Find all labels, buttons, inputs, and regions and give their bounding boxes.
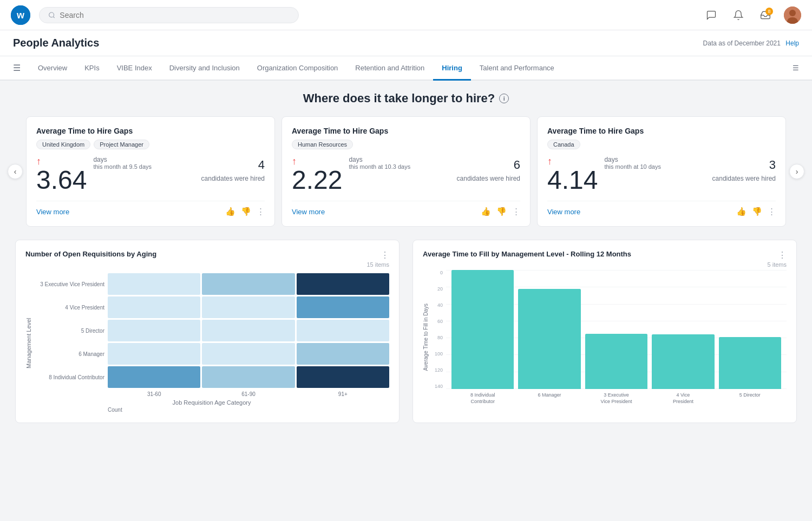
bar-x-label: 6 Manager <box>518 392 580 405</box>
card-2-more[interactable]: ⋮ <box>768 207 776 216</box>
bar-chart-menu-icon[interactable]: ⋮ <box>778 250 787 260</box>
svg-line-3 <box>53 16 54 17</box>
heatmap-x-label: 31-60 <box>108 391 200 397</box>
heatmap-cell[interactable] <box>108 273 200 295</box>
card-2-view-more[interactable]: View more <box>547 208 580 216</box>
card-1-detail: this month at 10.3 days <box>349 163 410 170</box>
heatmap-x-label: 61-90 <box>202 391 294 397</box>
tab-retention[interactable]: Retention and Attrition <box>346 56 433 80</box>
heatmap-cell[interactable] <box>108 366 200 388</box>
heatmap-cell[interactable] <box>202 296 294 318</box>
heatmap-cell[interactable] <box>297 273 389 295</box>
bar <box>518 289 580 389</box>
tab-right-menu-icon[interactable]: ☰ <box>793 64 799 72</box>
bar-y-axis: 140120100806040200 <box>431 270 446 389</box>
search-input[interactable] <box>60 11 290 19</box>
card-2-value: 4.14 <box>547 167 598 193</box>
card-0-tag-0: United Kingdom <box>36 140 90 149</box>
chat-icon-btn[interactable] <box>703 6 720 24</box>
tab-talent[interactable]: Talent and Performance <box>471 56 563 80</box>
section-info-icon[interactable]: i <box>499 94 509 103</box>
card-2-like[interactable]: 👍 <box>736 207 746 216</box>
user-avatar[interactable] <box>784 6 801 24</box>
bar-chart-title: Average Time to Fill by Management Level… <box>423 250 631 258</box>
y-tick: 140 <box>431 384 443 389</box>
card-1-more[interactable]: ⋮ <box>512 207 520 216</box>
card-2-dislike[interactable]: 👎 <box>752 207 762 216</box>
heatmap-cell[interactable] <box>297 366 389 388</box>
tab-org-composition[interactable]: Organization Composition <box>248 56 347 80</box>
prev-arrow[interactable]: ‹ <box>8 164 23 179</box>
heatmap-cells <box>108 343 389 365</box>
top-bar: w 8 <box>0 0 812 30</box>
bar-x-label: 4 Vice President <box>652 392 714 405</box>
card-0-view-more[interactable]: View more <box>36 208 69 216</box>
heatmap-cell[interactable] <box>108 320 200 341</box>
workday-logo: w <box>11 5 30 25</box>
tab-kpis[interactable]: KPIs <box>76 56 108 80</box>
inbox-icon-btn[interactable]: 8 <box>757 6 774 24</box>
y-tick: 120 <box>431 367 443 373</box>
tab-overview[interactable]: Overview <box>29 56 76 80</box>
tab-vibe-index[interactable]: VIBE Index <box>108 56 161 80</box>
heatmap-cell[interactable] <box>202 273 294 295</box>
bar-item[interactable] <box>585 270 647 389</box>
heatmap-title: Number of Open Requisitions by Aging <box>25 250 156 258</box>
bar-y-axis-title: Average Time to Fill in Days <box>423 270 429 405</box>
heatmap-menu-icon[interactable]: ⋮ <box>381 250 389 260</box>
bar-x-label: 3 Executive Vice President <box>585 392 647 405</box>
heatmap-content: 3 Executive Vice President4 Vice Preside… <box>34 273 389 413</box>
bar-item[interactable] <box>451 270 514 389</box>
card-1-metric: ↑ 2.22 days this month at 10.3 days 6 ca… <box>292 156 520 193</box>
cards-row: ‹ Average Time to Hire Gaps United Kingd… <box>15 116 797 227</box>
bell-icon <box>733 10 744 21</box>
card-0-days-label: days <box>93 156 152 163</box>
card-1-view-more[interactable]: View more <box>292 208 325 216</box>
next-arrow[interactable]: › <box>789 164 804 179</box>
heatmap-cell[interactable] <box>297 296 389 318</box>
section-title: Where does it take longer to hire? i <box>15 91 797 105</box>
card-0-like[interactable]: 👍 <box>225 207 235 216</box>
bar <box>585 334 647 389</box>
bell-icon-btn[interactable] <box>730 6 747 24</box>
heatmap-cell[interactable] <box>202 320 294 341</box>
card-0-more[interactable]: ⋮ <box>257 207 265 216</box>
card-2-tag-0: Canada <box>547 140 580 149</box>
heatmap-row: 6 Manager <box>34 343 389 365</box>
heatmap-row: 3 Executive Vice President <box>34 273 389 295</box>
heatmap-cell[interactable] <box>108 343 200 365</box>
bar-chart-panel: Average Time to Fill by Management Level… <box>412 240 797 423</box>
heatmap-y-label: Management Level <box>25 273 32 413</box>
bar <box>451 270 514 389</box>
heatmap-cell[interactable] <box>202 343 294 365</box>
card-0-dislike[interactable]: 👎 <box>241 207 251 216</box>
tab-menu-icon[interactable]: ☰ <box>13 63 21 73</box>
heatmap-header: Number of Open Requisitions by Aging ⋮ 1… <box>25 250 389 268</box>
bar-chart-area: 140120100806040200 8 Individual Contribu… <box>431 270 787 405</box>
help-link[interactable]: Help <box>785 39 799 47</box>
svg-point-2 <box>49 12 54 17</box>
card-1-dislike[interactable]: 👎 <box>496 207 507 216</box>
search-bar[interactable] <box>39 7 299 23</box>
bar-chart-subtitle: 5 items <box>768 261 787 268</box>
heatmap-count-label: Count <box>108 407 389 413</box>
tab-diversity[interactable]: Diversity and Inclusion <box>161 56 248 80</box>
bar-item[interactable] <box>719 270 781 389</box>
heatmap-cell[interactable] <box>297 343 389 365</box>
bar-item[interactable] <box>652 270 714 389</box>
heatmap-cell[interactable] <box>202 366 294 388</box>
heatmap-x-label: 91+ <box>297 391 389 397</box>
heatmap-rows: 3 Executive Vice President4 Vice Preside… <box>34 273 389 388</box>
heatmap-cells <box>108 320 389 341</box>
card-1-tag-0: Human Resources <box>292 140 353 149</box>
card-2-title: Average Time to Hire Gaps <box>547 127 776 135</box>
card-0: Average Time to Hire Gaps United Kingdom… <box>26 116 275 227</box>
tab-hiring[interactable]: Hiring <box>433 56 471 80</box>
heatmap-row: 8 Individual Contributor <box>34 366 389 388</box>
heatmap-cell[interactable] <box>297 320 389 341</box>
card-1-title: Average Time to Hire Gaps <box>292 127 520 135</box>
heatmap-cell[interactable] <box>108 296 200 318</box>
inbox-badge: 8 <box>765 8 773 15</box>
card-1-like[interactable]: 👍 <box>481 207 491 216</box>
bar-item[interactable] <box>518 270 580 389</box>
